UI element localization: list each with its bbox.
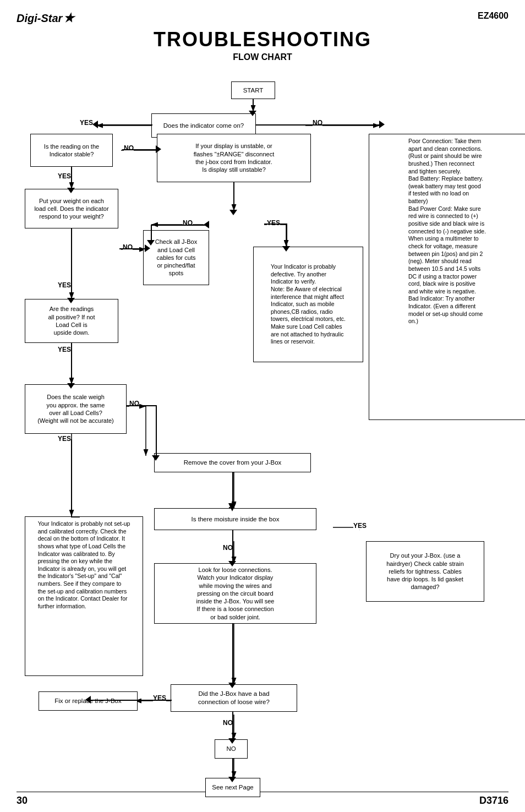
arrow-start-q1: [249, 111, 257, 116]
svg-marker-37: [204, 221, 209, 228]
q3-box: Put your weight on each load cell. Does …: [25, 189, 118, 228]
arrow-yes-q4: [67, 383, 75, 389]
svg-marker-30: [249, 111, 256, 116]
remove-cover-box: Remove the cover from your J-Box: [154, 453, 311, 472]
arrow-to-moisture: [228, 503, 237, 511]
svg-marker-32: [379, 121, 385, 128]
arrow-no-unstable-left: [204, 221, 209, 229]
arrow-no7: [228, 738, 237, 744]
q6-box: Is there moisture inside the box: [154, 508, 316, 530]
svg-marker-34: [156, 145, 161, 153]
svg-marker-28: [228, 738, 236, 744]
arrow-no-q5: [152, 455, 160, 461]
q4-box: Are the readings all positive? If not Lo…: [25, 299, 118, 343]
no3-label: NO: [123, 243, 133, 251]
indicator-defective-box: Your Indicator is probably defective. Tr…: [253, 247, 363, 362]
yes-q5-text: YES: [58, 435, 71, 443]
main-title: TROUBLESHOOTING: [17, 28, 508, 51]
model-number: EZ4600: [478, 11, 508, 21]
arrow-yes-q1: [92, 121, 98, 129]
arrow-to-see-next: [228, 777, 237, 782]
yes2-label: YES: [58, 172, 71, 180]
arrow-yes-q3: [67, 298, 75, 303]
yes-unstable-label: YES: [267, 219, 280, 227]
arrow-yes7: [85, 696, 91, 704]
q5-box: Does the scale weigh you approx. the sam…: [25, 384, 127, 434]
flowchart: START Does the indicator come on? YES NO…: [17, 70, 508, 786]
footer-doc: D3716: [479, 795, 508, 806]
yes3-label: YES: [58, 281, 71, 289]
poor-connection-box: Poor Connection: Take them apart and cle…: [369, 134, 525, 420]
svg-marker-29: [228, 777, 236, 782]
q2-box: Is the reading on the Indicator stable?: [30, 134, 113, 167]
svg-marker-24: [228, 503, 236, 511]
footer-page: 30: [17, 795, 28, 806]
yes6-label: YES: [353, 522, 367, 530]
no6-label: NO: [223, 544, 233, 552]
yes1-label: YES: [80, 119, 93, 127]
unstable-box: If your display is unstable, or flashes …: [157, 134, 311, 182]
arrow-no-q1: [379, 121, 385, 129]
svg-marker-39: [67, 298, 75, 303]
svg-marker-38: [282, 246, 290, 252]
arrow-yes-unstable: [282, 246, 291, 252]
header: Digi-Star ★ EZ4600: [17, 11, 508, 25]
svg-marker-31: [92, 121, 98, 128]
svg-marker-27: [85, 696, 91, 704]
arrow-no-q3: [145, 244, 150, 253]
svg-marker-35: [229, 210, 237, 215]
yes-q5-label: YES: [58, 435, 71, 443]
no2-label: NO: [124, 144, 134, 152]
start-box: START: [231, 81, 275, 99]
arrow-unstable-down: [229, 210, 238, 215]
check-cables-box: Check all J-Box and Load Cell cables for…: [143, 230, 209, 285]
logo-star: ★: [63, 11, 74, 25]
logo-text: Digi-Star: [17, 12, 62, 25]
arrow-no-moisture: [228, 561, 237, 566]
svg-marker-42: [152, 455, 160, 461]
logo: Digi-Star ★: [17, 11, 74, 25]
yes5-label: YES: [58, 346, 71, 353]
arrow-yes-q2: [67, 188, 75, 193]
svg-marker-33: [67, 188, 75, 193]
arrow-loose-down: [228, 683, 237, 688]
sub-title: FLOW CHART: [17, 52, 508, 62]
svg-marker-41: [67, 383, 75, 389]
not-setup-box: Your Indicator is probably not set-up an…: [25, 516, 143, 676]
q7-box: Did the J-Box have a bad connection of l…: [171, 684, 297, 712]
svg-marker-26: [228, 683, 236, 688]
no7-label: NO: [223, 719, 233, 727]
loose-connections-box: Look for loose connections. Watch your I…: [154, 563, 316, 624]
footer: 30 D3716: [17, 792, 508, 806]
arrow-no-q2: [156, 145, 161, 154]
svg-marker-40: [145, 244, 150, 252]
page: Digi-Star ★ EZ4600 TROUBLESHOOTING FLOW …: [0, 0, 525, 812]
dry-jbox-box: Dry out your J-Box. (use a hairdryer) Ch…: [366, 541, 484, 602]
svg-marker-25: [228, 561, 236, 566]
